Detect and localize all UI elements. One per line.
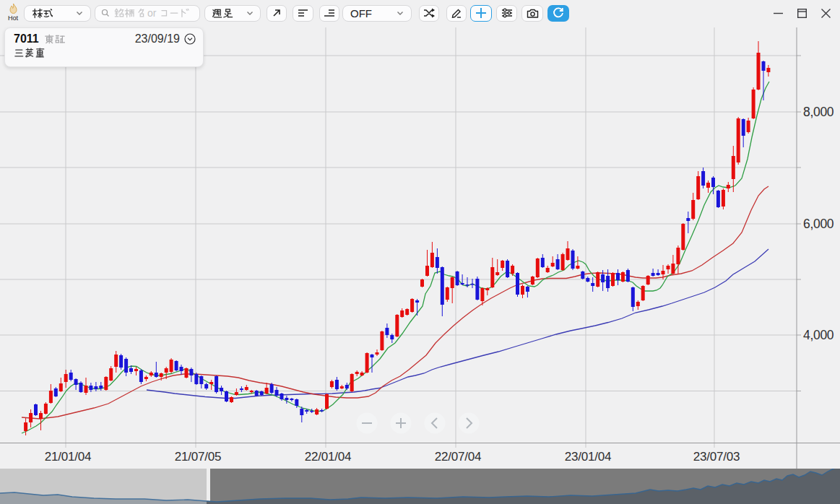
svg-text:22/01/04: 22/01/04 bbox=[305, 450, 352, 464]
svg-text:22/07/04: 22/07/04 bbox=[435, 450, 482, 464]
svg-text:8,000: 8,000 bbox=[803, 105, 834, 119]
svg-text:23/07/03: 23/07/03 bbox=[693, 450, 740, 464]
svg-text:6,000: 6,000 bbox=[803, 217, 834, 231]
svg-text:21/01/04: 21/01/04 bbox=[45, 450, 92, 464]
svg-text:21/07/05: 21/07/05 bbox=[175, 450, 222, 464]
svg-text:23/01/04: 23/01/04 bbox=[565, 450, 612, 464]
svg-text:4,000: 4,000 bbox=[803, 328, 834, 342]
